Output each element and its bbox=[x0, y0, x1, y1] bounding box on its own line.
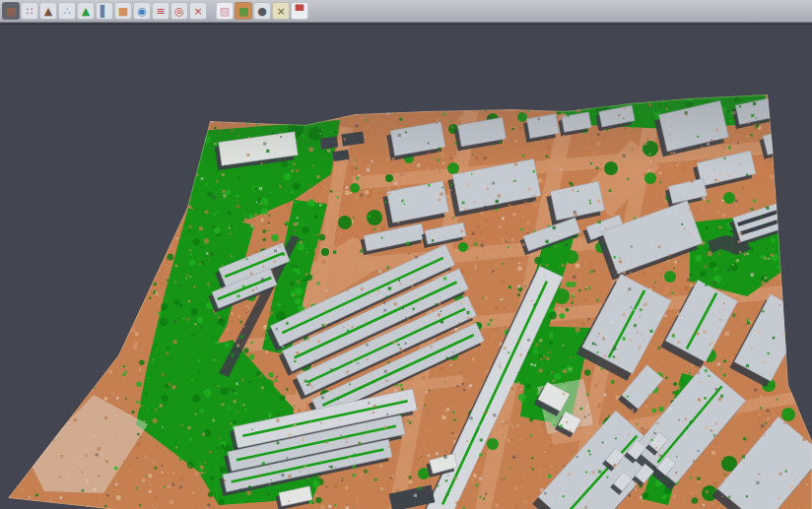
toolbar-button-dsm-terrain[interactable]: ▲ bbox=[39, 2, 57, 20]
toolbar-button-orthomosaic[interactable]: ■ bbox=[114, 2, 132, 20]
classification-icon: ▩ bbox=[238, 6, 248, 17]
toolbar-button-contours[interactable]: ≡ bbox=[152, 2, 169, 20]
toolbar-button-clip-region[interactable]: × bbox=[189, 2, 207, 20]
report-flag-icon: ▀ bbox=[296, 6, 304, 17]
app-window: ▦∷▲∴▲▌■◉≡◎×▨▩●×▀ bbox=[0, 0, 812, 509]
contours-icon: ≡ bbox=[156, 6, 165, 17]
clip-region-icon: × bbox=[193, 6, 202, 17]
dsm-terrain-icon: ▲ bbox=[44, 6, 52, 17]
sparse-cloud-icon: ∴ bbox=[64, 6, 71, 17]
toolbar-button-mesh-grid[interactable]: ▨ bbox=[216, 2, 234, 20]
toolbar-button-classification[interactable]: ▩ bbox=[235, 2, 252, 20]
dark-sphere-icon: ● bbox=[257, 6, 267, 17]
viewport-3d[interactable] bbox=[0, 24, 812, 509]
scene-svg bbox=[0, 25, 812, 509]
toolbar-button-ruler[interactable]: ▌ bbox=[96, 2, 113, 20]
toolbar-button-photos[interactable]: ▦ bbox=[2, 2, 20, 20]
toolbar-button-dark-sphere[interactable]: ● bbox=[253, 2, 271, 20]
ruler-icon: ▌ bbox=[101, 6, 108, 17]
toolbar-button-report-flag[interactable]: ▀ bbox=[291, 2, 308, 20]
align-points-icon: ∷ bbox=[27, 6, 34, 17]
texture-box-icon: × bbox=[276, 6, 285, 17]
dtm-terrain-icon: ▲ bbox=[82, 6, 90, 17]
toolbar-button-dtm-terrain[interactable]: ▲ bbox=[77, 2, 95, 20]
orthomosaic-icon: ■ bbox=[118, 6, 128, 17]
toolbar-button-globe-view[interactable]: ◉ bbox=[133, 2, 151, 20]
toolbar-button-region-target[interactable]: ◎ bbox=[170, 2, 188, 20]
toolbar-button-sparse-cloud[interactable]: ∴ bbox=[58, 2, 76, 20]
toolbar: ▦∷▲∴▲▌■◉≡◎×▨▩●×▀ bbox=[0, 0, 812, 23]
globe-view-icon: ◉ bbox=[137, 6, 147, 17]
toolbar-button-align-points[interactable]: ∷ bbox=[21, 2, 38, 20]
photos-icon: ▦ bbox=[6, 6, 16, 17]
mesh-grid-icon: ▨ bbox=[220, 6, 230, 17]
region-target-icon: ◎ bbox=[174, 6, 184, 17]
toolbar-button-texture-box[interactable]: × bbox=[272, 2, 290, 20]
